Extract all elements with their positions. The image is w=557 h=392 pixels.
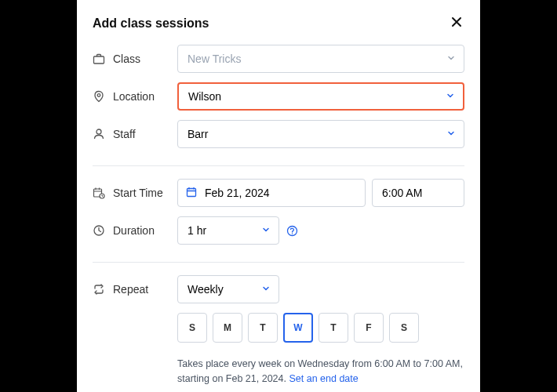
chevron-down-icon bbox=[261, 283, 271, 296]
modal-title: Add class sessions bbox=[93, 16, 209, 31]
day-button-1[interactable]: M bbox=[213, 313, 242, 343]
class-label: Class bbox=[113, 53, 169, 65]
class-select[interactable]: New Tricks bbox=[177, 45, 464, 73]
divider bbox=[93, 262, 464, 263]
chevron-down-icon bbox=[261, 224, 271, 237]
day-button-5[interactable]: F bbox=[354, 313, 384, 343]
chevron-down-icon bbox=[446, 90, 455, 103]
location-label: Location bbox=[113, 90, 169, 103]
start-time-value: 6:00 AM bbox=[382, 187, 422, 199]
staff-select[interactable]: Barr bbox=[177, 120, 464, 148]
location-select[interactable]: Wilson bbox=[177, 82, 464, 111]
day-button-4[interactable]: T bbox=[319, 313, 348, 343]
chevron-down-icon bbox=[446, 128, 456, 140]
field-repeat: Repeat Weekly bbox=[93, 275, 464, 303]
repeat-select[interactable]: Weekly bbox=[177, 275, 279, 303]
person-icon bbox=[93, 128, 105, 140]
svg-point-8 bbox=[291, 233, 292, 234]
class-select-value: New Tricks bbox=[187, 53, 241, 65]
left-blackout bbox=[0, 0, 77, 392]
location-pin-icon bbox=[93, 90, 105, 103]
day-button-6[interactable]: S bbox=[389, 313, 419, 343]
start-time-label: Start Time bbox=[113, 187, 169, 199]
divider bbox=[93, 165, 464, 166]
calendar-icon bbox=[186, 187, 197, 200]
right-blackout bbox=[480, 0, 557, 392]
field-location: Location Wilson bbox=[93, 82, 464, 111]
field-days: SMTWTFS Takes place every week on Wednes… bbox=[93, 313, 464, 387]
day-button-0[interactable]: S bbox=[177, 313, 207, 343]
close-button[interactable] bbox=[449, 14, 464, 32]
briefcase-icon bbox=[93, 53, 105, 65]
day-button-2[interactable]: T bbox=[248, 313, 278, 343]
location-select-value: Wilson bbox=[188, 90, 221, 103]
day-picker: SMTWTFS bbox=[177, 313, 419, 343]
duration-select[interactable]: 1 hr bbox=[177, 216, 279, 245]
field-start-time: Start Time Feb 21, 2024 6:00 AM bbox=[93, 179, 464, 207]
close-icon bbox=[450, 16, 463, 28]
svg-point-1 bbox=[97, 94, 100, 97]
start-time-input[interactable]: 6:00 AM bbox=[372, 179, 464, 207]
field-duration: Duration 1 hr bbox=[93, 216, 464, 245]
clock-icon bbox=[93, 224, 105, 237]
svg-point-2 bbox=[96, 129, 101, 134]
duration-label: Duration bbox=[113, 224, 169, 237]
calendar-clock-icon bbox=[93, 187, 105, 199]
day-button-3[interactable]: W bbox=[283, 313, 313, 343]
svg-rect-5 bbox=[187, 188, 196, 196]
repeat-icon bbox=[93, 283, 105, 296]
field-class: Class New Tricks bbox=[93, 45, 464, 73]
field-staff: Staff Barr bbox=[93, 120, 464, 148]
staff-label: Staff bbox=[113, 128, 169, 140]
repeat-select-value: Weekly bbox=[187, 283, 224, 296]
duration-select-value: 1 hr bbox=[187, 224, 206, 237]
help-icon[interactable] bbox=[286, 224, 298, 237]
start-date-value: Feb 21, 2024 bbox=[205, 187, 270, 199]
add-class-sessions-modal: Add class sessions Class New Tricks Loca… bbox=[77, 0, 480, 392]
repeat-summary: Takes place every week on Wednesday from… bbox=[177, 357, 464, 387]
svg-rect-0 bbox=[94, 56, 104, 64]
repeat-label: Repeat bbox=[113, 283, 169, 296]
modal-header: Add class sessions bbox=[93, 14, 464, 32]
set-end-date-link[interactable]: Set an end date bbox=[289, 373, 358, 384]
start-date-input[interactable]: Feb 21, 2024 bbox=[177, 179, 366, 207]
staff-select-value: Barr bbox=[187, 128, 208, 140]
chevron-down-icon bbox=[446, 53, 456, 65]
